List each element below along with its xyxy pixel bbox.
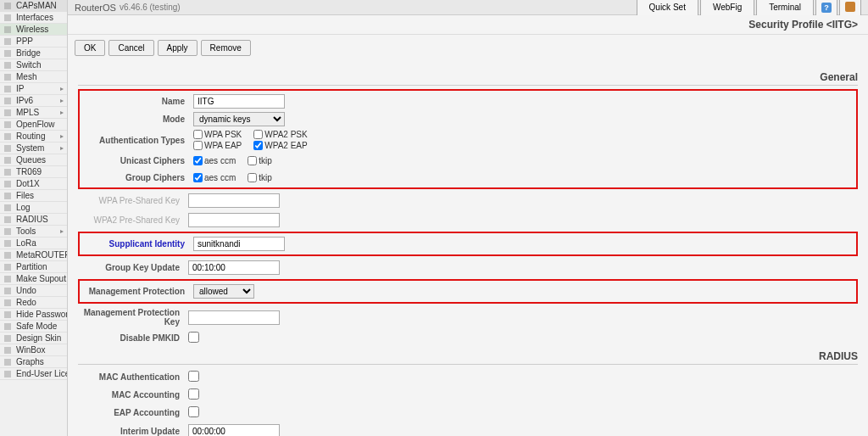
sidebar-item-system[interactable]: System▸ — [0, 143, 67, 154]
svg-rect-14 — [4, 169, 11, 176]
sidebar-item-redo[interactable]: Redo — [0, 297, 67, 309]
help-button[interactable]: ? — [815, 0, 837, 16]
help-icon: ? — [821, 3, 832, 13]
mac-acct-checkbox[interactable] — [188, 388, 199, 400]
wpa2-eap-checkbox[interactable] — [253, 141, 263, 150]
sidebar-item-files[interactable]: Files — [0, 190, 67, 202]
menu-icon — [3, 49, 14, 58]
menu-icon — [3, 334, 14, 343]
sidebar-item-openflow[interactable]: OpenFlow — [0, 119, 67, 131]
quick-set-button[interactable]: Quick Set — [637, 0, 698, 16]
sidebar-item-lora[interactable]: LoRa — [0, 238, 67, 249]
terminal-button[interactable]: Terminal — [756, 0, 814, 16]
svg-rect-30 — [4, 359, 11, 366]
sidebar-item-ipv6[interactable]: IPv6▸ — [0, 95, 67, 107]
toolbar: OK Cancel Apply Remove — [68, 35, 868, 61]
sidebar-item-make-supout-rif[interactable]: Make Supout.rif — [0, 273, 67, 285]
menu-icon — [3, 73, 14, 81]
menu-icon — [3, 25, 14, 34]
sidebar-item-bridge[interactable]: Bridge — [0, 48, 67, 59]
sidebar-item-label: Design Skin — [16, 333, 61, 343]
sidebar-item-tools[interactable]: Tools▸ — [0, 226, 67, 238]
wpa2-psk-checkbox[interactable] — [253, 130, 263, 139]
sidebar-item-tr069[interactable]: TR069 — [0, 166, 67, 178]
section-general: General — [78, 71, 858, 86]
group-tkip-checkbox[interactable] — [248, 173, 257, 182]
group-ciphers-label: Group Ciphers — [83, 173, 193, 182]
lock-icon — [845, 2, 855, 12]
sidebar-item-label: Dot1X — [16, 179, 40, 188]
svg-rect-4 — [4, 50, 11, 57]
sidebar-item-graphs[interactable]: Graphs — [0, 356, 67, 368]
svg-rect-21 — [4, 252, 11, 259]
apply-button[interactable]: Apply — [158, 40, 198, 56]
sidebar-item-label: Wireless — [16, 25, 48, 34]
sidebar-item-switch[interactable]: Switch — [0, 59, 67, 71]
sidebar-item-log[interactable]: Log — [0, 202, 67, 214]
mgmt-prot-key-label: Management Protection Key — [78, 308, 188, 327]
content: General Name Mode dynamic keys Authentic… — [68, 61, 868, 436]
sidebar-item-label: IPv6 — [16, 96, 33, 105]
svg-rect-2 — [4, 26, 11, 33]
name-input[interactable] — [193, 94, 285, 109]
svg-rect-6 — [4, 74, 11, 81]
svg-rect-3 — [4, 38, 11, 45]
svg-rect-19 — [4, 228, 11, 235]
svg-rect-5 — [4, 62, 11, 69]
mgmt-prot-key-input[interactable] — [188, 310, 280, 325]
chevron-right-icon: ▸ — [60, 85, 64, 92]
sidebar-item-mesh[interactable]: Mesh — [0, 71, 67, 83]
sidebar-item-wireless[interactable]: Wireless — [0, 24, 67, 36]
sidebar-item-partition[interactable]: Partition — [0, 261, 67, 273]
menu-icon — [3, 37, 14, 46]
sidebar-item-end-user-license[interactable]: End-User License — [0, 368, 67, 380]
sidebar-item-mpls[interactable]: MPLS▸ — [0, 107, 67, 119]
sidebar-item-metarouter[interactable]: MetaROUTER — [0, 249, 67, 261]
sidebar-item-capsman[interactable]: CAPsMAN — [0, 0, 67, 12]
wpa-psk-checkbox[interactable] — [193, 130, 203, 139]
mgmt-prot-select[interactable]: allowed — [193, 284, 254, 299]
wpa-eap-checkbox[interactable] — [193, 141, 203, 150]
wpa-psk-input[interactable] — [188, 193, 280, 208]
webfig-button[interactable]: WebFig — [700, 0, 754, 16]
page-title: Security Profile <IITG> — [68, 15, 868, 35]
interim-input[interactable] — [188, 424, 280, 436]
mac-acct-label: MAC Accounting — [78, 390, 188, 400]
group-aes-checkbox[interactable] — [193, 173, 203, 182]
wpa2-psk-input[interactable] — [188, 213, 280, 227]
mode-select[interactable]: dynamic keys — [193, 112, 285, 126]
eap-acct-checkbox[interactable] — [188, 406, 199, 417]
logout-button[interactable] — [839, 0, 861, 16]
sidebar-item-hide-passwords[interactable]: Hide Passwords — [0, 309, 67, 321]
supplicant-input[interactable] — [193, 237, 285, 251]
menu-icon — [3, 251, 14, 260]
interim-label: Interim Update — [78, 427, 188, 436]
menu-icon — [3, 109, 14, 117]
sidebar-item-dot1x[interactable]: Dot1X — [0, 178, 67, 190]
remove-button[interactable]: Remove — [201, 40, 251, 56]
sidebar-item-safe-mode[interactable]: Safe Mode — [0, 321, 67, 333]
sidebar-item-winbox[interactable]: WinBox — [0, 344, 67, 356]
sidebar-item-design-skin[interactable]: Design Skin — [0, 333, 67, 344]
sidebar-item-undo[interactable]: Undo — [0, 285, 67, 297]
sidebar-item-label: Partition — [16, 262, 47, 271]
sidebar-item-routing[interactable]: Routing▸ — [0, 131, 67, 143]
unicast-aes-checkbox[interactable] — [193, 156, 203, 165]
sidebar-item-ip[interactable]: IP▸ — [0, 83, 67, 95]
cancel-button[interactable]: Cancel — [108, 40, 153, 56]
disable-pmkid-checkbox[interactable] — [188, 332, 199, 343]
sidebar-item-ppp[interactable]: PPP — [0, 36, 67, 48]
sidebar-item-interfaces[interactable]: Interfaces — [0, 12, 67, 24]
menu-icon — [3, 322, 14, 331]
sidebar-item-queues[interactable]: Queues — [0, 154, 67, 166]
chevron-right-icon: ▸ — [60, 144, 64, 152]
sidebar-item-radius[interactable]: RADIUS — [0, 214, 67, 226]
ok-button[interactable]: OK — [75, 40, 105, 56]
sidebar-item-label: Files — [16, 191, 34, 200]
unicast-tkip-checkbox[interactable] — [248, 156, 257, 165]
group-key-update-input[interactable] — [188, 260, 280, 275]
menu-icon — [3, 358, 14, 366]
sidebar-item-label: Switch — [16, 60, 41, 70]
menu-icon — [3, 346, 14, 355]
mac-auth-checkbox[interactable] — [188, 371, 199, 382]
